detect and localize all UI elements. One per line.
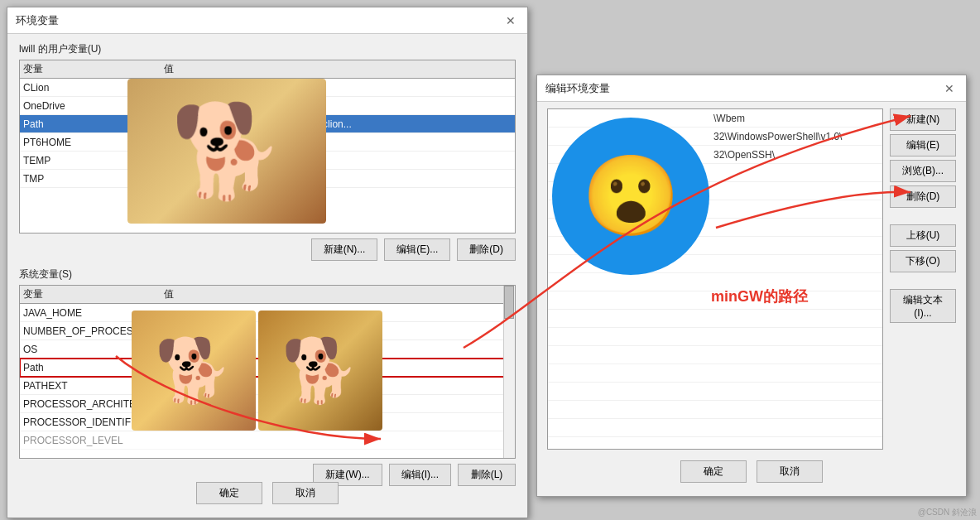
sys-vars-section-title: 系统变量(S): [19, 267, 516, 282]
edit-delete-button[interactable]: 删除(D): [890, 185, 956, 208]
user-new-button[interactable]: 新建(N)...: [311, 238, 378, 261]
env-dialog-title: 环境变量: [16, 13, 59, 28]
env-cancel-button[interactable]: 取消: [272, 482, 339, 504]
edit-buttons-column: 新建(N) 编辑(E) 浏览(B)... 删除(D) 上移(U) 下移(O) 编…: [890, 108, 956, 450]
user-vars-area: 变量 值 CLion in; OneDrive Path ...Local\Mi…: [19, 60, 516, 261]
list-item[interactable]: [548, 383, 882, 401]
edit-new-button[interactable]: 新建(N): [890, 108, 956, 131]
user-vars-section-title: lwill 的用户变量(U): [19, 42, 516, 56]
user-vars-table: 变量 值 CLion in; OneDrive Path ...Local\Mi…: [19, 60, 516, 234]
edit-path-list[interactable]: 😮 \Wbem 32\WindowsPowerShell\v1.0\ 32\Op…: [547, 108, 883, 450]
list-item[interactable]: [548, 419, 882, 437]
sys-vars-table: 变量 值 JAVA_HOME NUMBER_OF_PROCESSORS OS P…: [19, 285, 516, 459]
edit-cancel-button[interactable]: 取消: [757, 460, 823, 483]
watermark: @CSDN 斜沧浪: [918, 507, 977, 518]
list-item[interactable]: [548, 310, 882, 328]
edit-env-dialog: 编辑环境变量 ✕ 😮 \Wbem 32\WindowsPowerShell\v1…: [536, 75, 967, 497]
edit-list-area: 😮 \Wbem 32\WindowsPowerShell\v1.0\ 32\Op…: [547, 108, 956, 450]
sys-vars-area: 变量 值 JAVA_HOME NUMBER_OF_PROCESSORS OS P…: [19, 285, 516, 486]
env-dialog-bottom-buttons: 确定 取消: [7, 475, 527, 511]
sys-vars-col-val-header: 值: [164, 287, 512, 301]
edit-down-button[interactable]: 下移(O): [890, 250, 956, 272]
env-dialog-titlebar: 环境变量 ✕: [7, 7, 527, 34]
edit-edit-text-button[interactable]: 编辑文本(I)...: [890, 289, 956, 323]
list-item[interactable]: [548, 328, 882, 346]
sys-vars-scrollbar[interactable]: [503, 286, 515, 458]
sys-vars-table-header: 变量 值: [20, 286, 515, 304]
table-row[interactable]: PROCESSOR_LEVEL: [20, 431, 515, 450]
edit-dialog-title: 编辑环境变量: [545, 81, 610, 96]
edit-up-button[interactable]: 上移(U): [890, 224, 956, 247]
list-item[interactable]: [548, 346, 882, 364]
mingw-path-label: minGW的路径: [711, 286, 808, 306]
sys-vars-scrollbar-thumb[interactable]: [504, 286, 514, 319]
doraemon-image: 😮: [552, 118, 709, 275]
user-vars-col-val-header: 值: [164, 62, 512, 76]
edit-dialog-close-button[interactable]: ✕: [941, 80, 958, 97]
edit-ok-button[interactable]: 确定: [680, 460, 747, 483]
edit-edit-button[interactable]: 编辑(E): [890, 134, 956, 156]
user-edit-button[interactable]: 编辑(E)...: [384, 238, 450, 261]
sys-vars-col-var-header: 变量: [23, 287, 164, 301]
list-item[interactable]: [548, 364, 882, 383]
user-vars-btn-row: 新建(N)... 编辑(E)... 删除(D): [19, 238, 516, 261]
env-ok-button[interactable]: 确定: [196, 482, 262, 504]
env-dialog-close-button[interactable]: ✕: [502, 12, 519, 29]
user-vars-table-header: 变量 值: [20, 60, 515, 79]
env-variables-dialog: 环境变量 ✕ lwill 的用户变量(U) 变量 值 CLion in; One…: [7, 7, 528, 518]
edit-browse-button[interactable]: 浏览(B)...: [890, 160, 956, 182]
edit-dialog-titlebar: 编辑环境变量 ✕: [537, 75, 966, 102]
edit-dialog-bottom-buttons: 确定 取消: [537, 454, 966, 489]
user-delete-button[interactable]: 删除(D): [457, 238, 516, 261]
edit-dialog-body: 😮 \Wbem 32\WindowsPowerShell\v1.0\ 32\Op…: [537, 102, 966, 456]
env-dialog-body: lwill 的用户变量(U) 变量 值 CLion in; OneDrive P…: [7, 34, 527, 501]
list-item[interactable]: [548, 401, 882, 419]
user-vars-col-var-header: 变量: [23, 62, 164, 76]
